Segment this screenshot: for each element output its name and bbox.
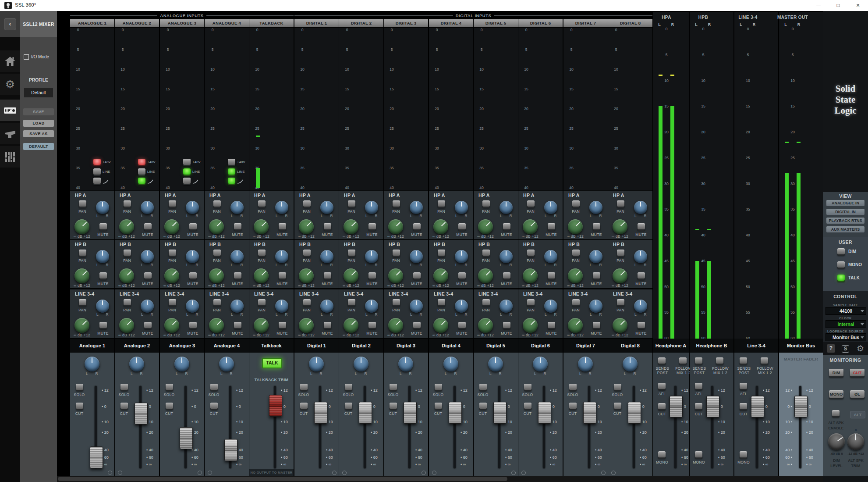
pan-knob[interactable]	[634, 300, 647, 313]
help-icon[interactable]: ?	[827, 344, 835, 353]
cut-button[interactable]	[479, 403, 487, 409]
io-mode-checkbox[interactable]	[24, 54, 29, 60]
talk-button[interactable]: TALK	[262, 358, 282, 368]
pan-knob[interactable]	[589, 201, 602, 214]
pan-button[interactable]	[169, 200, 176, 207]
channel-pan-knob[interactable]	[578, 357, 593, 371]
pan-button[interactable]	[617, 299, 624, 305]
monitor-master-fader[interactable]	[794, 396, 808, 418]
cut-button[interactable]	[740, 403, 747, 409]
sidebar-item-control-surface[interactable]	[0, 100, 20, 121]
level-knob[interactable]	[74, 219, 89, 234]
level-knob[interactable]	[523, 318, 538, 333]
save-button[interactable]: SAVE	[23, 108, 54, 115]
solo-button[interactable]	[345, 384, 352, 390]
pan-button[interactable]	[348, 250, 355, 256]
level-knob[interactable]	[388, 219, 403, 234]
pan-knob[interactable]	[410, 300, 423, 313]
pan-button[interactable]	[169, 299, 176, 305]
stereo-link-circle[interactable]	[208, 471, 212, 475]
settings-gear-icon[interactable]: ⚙	[856, 344, 864, 353]
cut-button[interactable]	[524, 403, 531, 409]
mono-button[interactable]	[658, 451, 666, 457]
solo-button[interactable]	[120, 384, 128, 390]
cut-button[interactable]	[695, 403, 702, 409]
mute-button[interactable]	[234, 322, 241, 328]
channel-fader[interactable]	[493, 402, 507, 424]
channel-fader[interactable]	[538, 402, 551, 424]
stereo-link-circle[interactable]	[198, 471, 202, 475]
pan-button[interactable]	[482, 250, 490, 256]
level-knob[interactable]	[74, 318, 89, 333]
follow-mix-button[interactable]	[716, 357, 723, 364]
send-master-fader[interactable]	[706, 396, 719, 418]
level-knob[interactable]	[388, 268, 403, 283]
level-knob[interactable]	[119, 268, 134, 283]
mute-button[interactable]	[458, 322, 466, 328]
level-knob[interactable]	[568, 219, 583, 234]
hpf-button[interactable]	[183, 178, 191, 184]
alt-button[interactable]: ALT	[850, 411, 865, 418]
solo-button[interactable]	[76, 384, 83, 390]
mute-button[interactable]	[638, 223, 645, 229]
pan-knob[interactable]	[589, 250, 602, 263]
pan-knob[interactable]	[230, 250, 244, 263]
pan-button[interactable]	[303, 250, 311, 256]
phantom-button[interactable]	[183, 159, 191, 165]
mute-button[interactable]	[413, 272, 421, 278]
channel-pan-knob[interactable]	[443, 357, 458, 371]
mute-button[interactable]	[503, 322, 510, 328]
afl-button[interactable]	[740, 383, 747, 389]
level-knob[interactable]	[209, 268, 224, 283]
save-as-button[interactable]: SAVE AS	[23, 130, 54, 137]
level-knob[interactable]	[613, 219, 627, 234]
cut-button[interactable]	[76, 403, 83, 409]
mute-button[interactable]	[324, 322, 331, 328]
alt-spk-enable-button[interactable]	[832, 410, 840, 416]
level-knob[interactable]	[254, 268, 269, 283]
pan-knob[interactable]	[275, 300, 288, 313]
pan-button[interactable]	[482, 299, 490, 305]
load-button[interactable]: LOAD	[23, 120, 54, 127]
monitor-cut-button[interactable]: CUT	[850, 369, 864, 376]
channel-fader[interactable]	[180, 427, 193, 449]
level-knob[interactable]	[433, 318, 448, 333]
level-knob[interactable]	[433, 268, 448, 283]
cut-button[interactable]	[658, 403, 666, 409]
sends-post-button[interactable]	[740, 357, 747, 364]
pan-button[interactable]	[303, 299, 311, 305]
solo-button[interactable]	[300, 384, 308, 390]
mute-button[interactable]	[144, 272, 152, 278]
mute-button[interactable]	[144, 322, 152, 328]
solo-button[interactable]	[210, 384, 218, 390]
pan-button[interactable]	[124, 250, 131, 256]
pan-knob[interactable]	[500, 250, 513, 263]
channel-pan-knob[interactable]	[174, 357, 189, 371]
level-knob[interactable]	[209, 219, 224, 234]
solo-button[interactable]	[614, 384, 621, 390]
pan-knob[interactable]	[141, 250, 154, 263]
mute-button[interactable]	[189, 322, 197, 328]
channel-fader[interactable]	[224, 439, 237, 461]
view-playback-rtns-button[interactable]: PLAYBACK RTNS	[826, 218, 864, 224]
level-knob[interactable]	[478, 268, 493, 283]
level-knob[interactable]	[523, 219, 538, 234]
mute-button[interactable]	[324, 272, 331, 278]
monitor-dim-button[interactable]: DIM	[829, 369, 843, 376]
pan-knob[interactable]	[96, 300, 109, 313]
pan-button[interactable]	[258, 200, 266, 207]
mute-button[interactable]	[548, 272, 555, 278]
mute-button[interactable]	[99, 272, 107, 278]
mute-button[interactable]	[548, 322, 555, 328]
pan-button[interactable]	[527, 250, 535, 256]
level-knob[interactable]	[344, 219, 358, 234]
stereo-link-circle[interactable]	[521, 471, 526, 475]
phantom-button[interactable]	[138, 159, 145, 165]
user-dim-button[interactable]	[837, 248, 845, 254]
sends-post-button[interactable]	[658, 357, 666, 364]
pan-button[interactable]	[572, 250, 580, 256]
mute-button[interactable]	[593, 223, 600, 229]
pan-knob[interactable]	[365, 300, 378, 313]
stereo-link-circle[interactable]	[118, 471, 122, 475]
level-knob[interactable]	[613, 268, 627, 283]
